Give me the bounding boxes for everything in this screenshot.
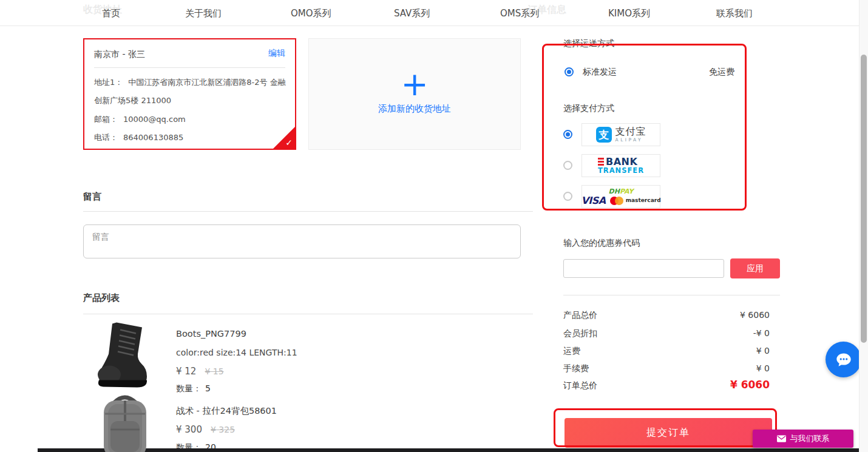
mastercard-label: mastercard [626,198,661,203]
summary-value: ¥ 6060 [740,310,770,320]
dhpay-logo: DHPAY [609,188,634,195]
nav-item-oms[interactable]: OMS系列 [500,8,539,19]
product-price: ¥ 300 [176,424,202,435]
payment-option-alipay[interactable]: 支 支付宝 ALIPAY [581,123,660,146]
address-line1-label: 地址1： [94,78,123,87]
scrollbar-track [859,0,868,452]
shipping-section-title: 选择运送方式 [563,38,614,49]
product-qty: 5 [205,383,211,393]
envelope-icon [777,435,786,442]
alipay-logo: 支付宝 ALIPAY [615,127,646,143]
nav-item-contact[interactable]: 联系我们 [716,8,753,19]
bank-stripes-icon [598,158,604,166]
nav-item-home[interactable]: 首页 [102,8,120,19]
chat-icon [833,349,854,370]
shipping-fee-label: 免运费 [698,67,734,78]
add-address-card[interactable]: + 添加新的收货地址 [308,38,521,150]
check-icon: ✓ [285,138,293,147]
message-textarea[interactable] [83,224,521,258]
product-attrs: color:red size:14 LENGTH:11 [176,348,297,357]
summary-label: 手续费 [563,363,589,373]
address-email-value: 10000@qq.com [123,115,186,124]
summary-value: -¥ 0 [753,328,770,338]
scrollbar-thumb[interactable] [861,55,867,343]
message-section-title: 留言 [83,191,101,203]
address-phone-label: 电话： [94,133,118,142]
payment-radio-bank-transfer[interactable] [563,161,572,170]
summary-value: ¥ 0 [756,346,770,356]
edit-address-link[interactable]: 编辑 [268,48,285,59]
product-old-price: ¥ 325 [211,425,235,434]
nav-item-kimo[interactable]: KIMO系列 [608,8,650,19]
payment-section-title: 选择支付方式 [563,103,614,114]
summary-value: ¥ 0 [756,363,770,373]
mastercard-circles-icon [610,197,623,205]
address-phone-value: 864006130885 [123,133,183,142]
address-email: 邮箱：10000@qq.com [94,110,287,129]
contact-us-button[interactable]: 与我们联系 [753,430,853,448]
summary-label: 产品总价 [563,310,597,320]
nav-item-about[interactable]: 关于我们 [185,8,222,19]
product-name: 战术 - 拉什24背包58601 [176,405,277,417]
product-price-row: ¥ 12¥ 15 [176,366,224,377]
coupon-label: 输入您的优惠券代码 [563,238,640,249]
product-qty-label: 数量： [176,383,202,393]
payment-option-bank-transfer[interactable]: BANK TRANSFER [581,154,660,177]
card-logo: DHPAY VISA mastercard [581,188,660,206]
product-price: ¥ 12 [176,366,196,377]
summary-row-shipping-fee: 运费¥ 0 [563,346,770,358]
address-phone: 电话：864006130885 [94,129,287,147]
alipay-en-label: ALIPAY [615,138,646,143]
submit-order-button[interactable]: 提交订单 [565,418,772,448]
pay-label: PAY [620,187,633,195]
summary-label: 运费 [563,346,580,356]
address-line1: 地址1：中国江苏省南京市江北新区浦泗路8-2号 金融创新广场5楼 211000 [94,73,287,110]
summary-row-handling-fee: 手续费¥ 0 [563,363,770,376]
address-card-selected[interactable]: 南京市 - 张三 编辑 地址1：中国江苏省南京市江北新区浦泗路8-2号 金融创新… [83,38,296,150]
bank-word: BANK [606,157,637,167]
bank-transfer-logo: BANK TRANSFER [598,157,644,175]
payment-option-card[interactable]: DHPAY VISA mastercard [581,185,660,208]
address-line1-value: 中国江苏省南京市江北新区浦泗路8-2号 金融创新广场5楼 211000 [94,78,286,105]
address-title: 南京市 - 张三 [94,49,145,59]
alipay-icon: 支 [596,127,612,143]
product-price-row: ¥ 300¥ 325 [176,424,235,435]
top-nav: 首页 关于我们 OMO系列 SAV系列 OMS系列 KIMO系列 联系我们 [0,0,868,26]
plus-icon: + [309,70,520,98]
alipay-zh-label: 支付宝 [615,127,646,137]
product-old-price: ¥ 15 [205,366,223,376]
address-email-label: 邮箱： [94,115,118,124]
add-address-label: 添加新的收货地址 [309,103,520,115]
address-divider [94,67,285,68]
nav-item-omo[interactable]: OMO系列 [291,8,331,19]
visa-logo: VISA [581,196,605,206]
total-label: 订单总价 [563,380,597,390]
dh-label: DH [609,187,620,195]
chat-button[interactable] [826,342,861,377]
payment-radio-alipay[interactable] [563,130,572,139]
message-divider [83,211,533,212]
address-card-header: 南京市 - 张三 编辑 [94,48,285,62]
product-list-divider [83,314,533,314]
shipping-radio-standard[interactable] [565,67,574,76]
shipping-option-label: 标准发运 [583,67,617,78]
payment-radio-card[interactable] [563,192,572,201]
product-qty-row: 数量：5 [176,383,211,394]
product-list-title: 产品列表 [83,292,120,304]
contact-us-label: 与我们联系 [790,433,830,444]
product-image-backpack [96,393,154,452]
product-name: Boots_PNG7799 [176,329,246,339]
nav-item-sav[interactable]: SAV系列 [394,8,430,19]
summary-label: 会员折扣 [563,328,597,338]
summary-row-member-discount: 会员折扣-¥ 0 [563,328,770,340]
summary-row-total: 订单总价¥ 6060 [563,380,770,391]
checkout-page: 收货地址 订单信息 首页 关于我们 OMO系列 SAV系列 OMS系列 KIMO… [0,0,868,452]
product-image-boots [91,319,155,393]
coupon-input[interactable] [563,259,724,278]
coupon-divider [563,295,780,295]
total-value: ¥ 6060 [730,379,770,391]
footer-edge-bar [38,448,859,452]
apply-coupon-button[interactable]: 应用 [730,258,780,278]
summary-row-subtotal: 产品总价¥ 6060 [563,310,770,322]
transfer-word: TRANSFER [598,167,644,175]
